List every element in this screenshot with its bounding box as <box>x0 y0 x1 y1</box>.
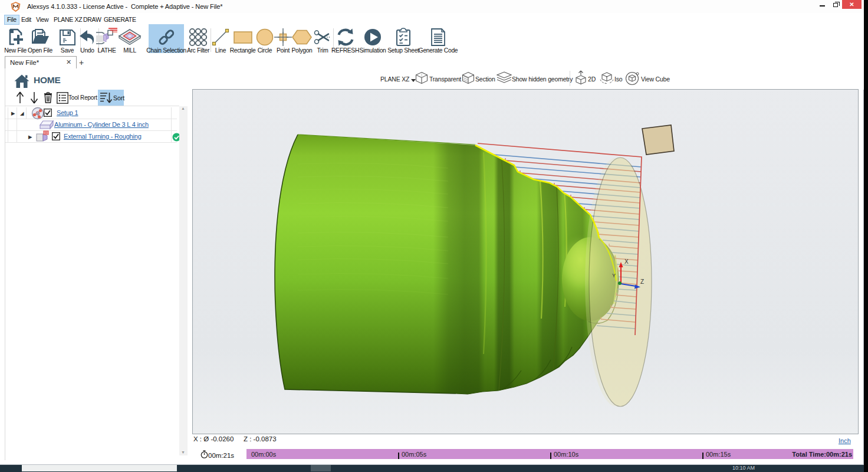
svg-text:X: X <box>624 258 629 265</box>
svg-text:Z: Z <box>640 278 644 285</box>
svg-text:Y: Y <box>612 273 616 278</box>
